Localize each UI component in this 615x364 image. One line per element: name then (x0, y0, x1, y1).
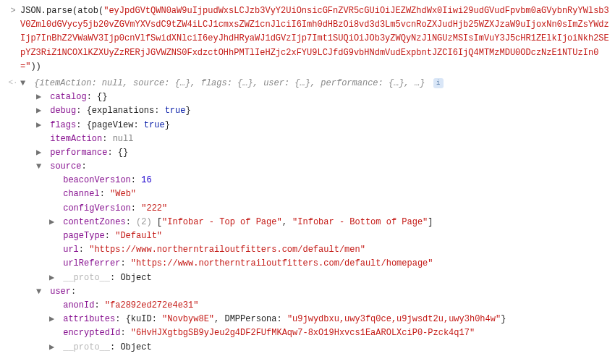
contentzones-count: (2) (136, 217, 152, 227)
key-url: url (63, 245, 79, 255)
val-proto-object: Object (120, 342, 151, 352)
chevron-right-icon[interactable]: ▶ (49, 216, 56, 229)
chevron-down-icon[interactable]: ▼ (36, 160, 43, 174)
chevron-down-icon[interactable]: ▼ (36, 285, 43, 299)
key-debug: debug (50, 106, 76, 116)
attr-dmp-key: DMPPersona (224, 314, 276, 324)
key-user: user (50, 287, 71, 297)
tree-row-anonid[interactable]: ▶ anonId: "fa2892ed272e4e31" (23, 299, 609, 313)
tree-row-contentzones[interactable]: ▶ contentZones: (2) ["Infobar - Top of P… (23, 216, 609, 229)
contentzones-v2: "Infobar - Bottom of Page" (292, 217, 428, 227)
attr-kuID-val: "Novbyw8E" (162, 314, 214, 324)
info-icon[interactable]: i (433, 78, 444, 88)
tree-row-user[interactable]: ▼ user: (23, 285, 609, 299)
tree-row-urlreferrer[interactable]: ▶ urlReferrer: "https://www.northerntrai… (23, 257, 609, 271)
tree-row-debug[interactable]: ▶ debug: {explanations: true} (23, 104, 609, 118)
val-url: "https://www.northerntrailoutfitters.com… (89, 245, 365, 255)
key-proto: __proto__ (63, 273, 110, 283)
val-channel: "Web" (110, 189, 136, 199)
summary-key-2: flags (201, 78, 227, 88)
summary-val-4: {…} (389, 78, 404, 88)
val-configversion: "222" (141, 203, 167, 213)
key-urlreferrer: urlReferrer (63, 258, 120, 268)
attr-kuID-key: kuID (131, 314, 152, 324)
summary-key-3: user (263, 78, 284, 88)
brace-close: } (501, 314, 506, 324)
chevron-right-icon[interactable]: ▶ (36, 90, 43, 104)
chevron-right-icon[interactable]: ▶ (36, 119, 43, 132)
summary-val-2: {…} (237, 78, 253, 88)
code-suffix: )) (30, 62, 41, 72)
console-output-row: <· ▼ {itemAction: null, source: {…}, fla… (6, 75, 609, 356)
chevron-down-icon[interactable]: ▼ (20, 77, 27, 90)
val-proto-object: Object (120, 273, 151, 283)
comma: , (282, 217, 292, 227)
summary-key-0: itemAction (39, 78, 91, 88)
key-anonid: anonId (63, 300, 94, 310)
key-proto: __proto__ (63, 342, 110, 352)
debug-explanations-val: true (165, 106, 186, 116)
key-catalog: catalog (50, 92, 86, 102)
key-performance: performance (50, 148, 107, 158)
tree-row-attributes[interactable]: ▶ attributes: {kuID: "Novbyw8E", DMPPers… (23, 313, 609, 326)
tree-row-user-proto[interactable]: ▶ __proto__: Object (23, 341, 609, 355)
chevron-right-icon[interactable]: ▶ (36, 146, 43, 160)
val-anonid: "fa2892ed272e4e31" (105, 300, 199, 310)
contentzones-v1: "Infobar - Top of Page" (162, 217, 282, 227)
key-attributes: attributes (63, 314, 115, 324)
val-catalog: {} (97, 92, 107, 102)
val-urlreferrer: "https://www.northerntrailoutfitters.com… (131, 258, 433, 268)
tree-row-catalog[interactable]: ▶ catalog: {} (23, 90, 609, 104)
summary-val-3: {…} (294, 78, 310, 88)
tree-row-flags[interactable]: ▶ flags: {pageView: true} (23, 119, 609, 132)
chevron-right-icon[interactable]: ▶ (49, 341, 56, 355)
summary-val-0: null (102, 78, 123, 88)
brace-open: { (126, 314, 131, 324)
key-channel: channel (63, 189, 99, 199)
flags-pageview-key: pageView (92, 120, 134, 130)
tree-row-encryptedid[interactable]: ▶ encryptedId: "6HvHJXgtbgSB9yJeu2g4DF2F… (23, 326, 609, 340)
brace-close: } (420, 78, 425, 88)
key-configversion: configVersion (63, 203, 131, 213)
val-beaconversion: 16 (141, 175, 151, 185)
bracket-close: ] (428, 217, 433, 227)
console-panel: > JSON.parse(atob("eyJpdGVtQWN0aW9uIjpud… (0, 0, 615, 359)
summary-ellipsis: , … (404, 78, 420, 88)
console-output-content: ▼ {itemAction: null, source: {…}, flags:… (20, 77, 609, 355)
summary-key-1: source (133, 78, 164, 88)
console-input-row: > JSON.parse(atob("eyJpdGVtQWN0aW9uIjpud… (6, 3, 609, 75)
chevron-right-icon[interactable]: ▶ (36, 104, 43, 118)
key-flags: flags (50, 120, 76, 130)
key-source: source (50, 161, 81, 172)
tree-row-source-proto[interactable]: ▶ __proto__: Object (23, 271, 609, 285)
tree-row-itemaction[interactable]: ▶ itemAction: null (23, 132, 609, 146)
val-performance: {} (118, 148, 128, 158)
console-input-code[interactable]: JSON.parse(atob("eyJpdGVtQWN0aW9uIjpudWx… (20, 4, 609, 74)
code-arg: "eyJpdGVtQWN0aW9uIjpudWxsLCJzb3VyY2UiOns… (20, 6, 609, 72)
input-prompt-icon: > (6, 4, 20, 18)
val-itemaction: null (113, 134, 134, 144)
key-encryptedid: encryptedId (63, 328, 120, 338)
summary-val-1: {…} (175, 78, 191, 88)
key-pagetype: pageType (63, 231, 105, 241)
tree-row-beaconversion[interactable]: ▶ beaconVersion: 16 (23, 174, 609, 187)
summary-key-4: performance (321, 78, 378, 88)
tree-row-pagetype[interactable]: ▶ pageType: "Default" (23, 229, 609, 243)
key-beaconversion: beaconVersion (63, 175, 131, 185)
tree-row-channel[interactable]: ▶ channel: "Web" (23, 187, 609, 201)
flags-pageview-val: true (144, 120, 165, 130)
tree-row-url[interactable]: ▶ url: "https://www.northerntrailoutfitt… (23, 243, 609, 257)
bracket-open: [ (157, 217, 162, 227)
debug-explanations-key: explanations (92, 106, 154, 116)
attr-dmp-val: "u9jwydbxu,uwy3fq0ce,u9jwsdt2u,uwy3h0h4w… (287, 314, 501, 324)
output-summary[interactable]: ▼ {itemAction: null, source: {…}, flags:… (20, 77, 609, 90)
chevron-right-icon[interactable]: ▶ (49, 313, 56, 326)
val-pagetype: "Default" (115, 231, 162, 241)
output-prompt-icon: <· (6, 77, 20, 90)
tree-row-configversion[interactable]: ▶ configVersion: "222" (23, 202, 609, 216)
val-encryptedid: "6HvHJXgtbgSB9yJeu2g4DF2FUfMKAqw7-8xO19H… (131, 328, 475, 338)
key-contentzones: contentZones (63, 217, 125, 227)
chevron-right-icon[interactable]: ▶ (49, 271, 56, 285)
tree-row-performance[interactable]: ▶ performance: {} (23, 146, 609, 160)
tree-row-source[interactable]: ▼ source: (23, 160, 609, 174)
